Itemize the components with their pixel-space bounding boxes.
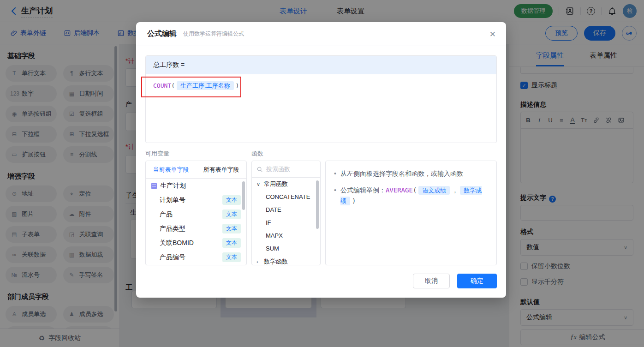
close-paren: ) <box>236 82 239 89</box>
function-search-placeholder: 搜索函数 <box>266 165 290 174</box>
function-search[interactable]: 搜索函数 <box>252 161 320 178</box>
variables-tabs: 当前表单字段 所有表单字段 <box>146 161 246 179</box>
tab-current-form-fields[interactable]: 当前表单字段 <box>146 161 196 178</box>
cancel-button[interactable]: 取消 <box>413 274 450 288</box>
bullet-icon: • <box>334 185 336 195</box>
variable-field-row[interactable]: 产品名称 文本 <box>146 264 246 265</box>
open-paren: ( <box>171 82 175 89</box>
bullet-icon: • <box>334 168 336 179</box>
confirm-button[interactable]: 确定 <box>457 274 497 288</box>
functions-scrollbar[interactable] <box>316 180 319 229</box>
formula-editor-area: 总工序数 = COUNT(生产工序.工序名称) <box>145 55 497 143</box>
form-doc-icon <box>151 183 157 189</box>
function-item[interactable]: IF <box>252 216 320 229</box>
search-icon <box>256 166 263 173</box>
formula-function-name: COUNT <box>153 82 171 89</box>
formula-result-field: 总工序数 = <box>146 56 496 74</box>
help-tip-1-text: 从左侧面板选择字段名和函数，或输入函数 <box>340 168 463 179</box>
help-tip-2-text: 公式编辑举例：AVERAGE(语文成绩，数学成绩) <box>340 185 488 206</box>
function-group-label: 数学函数 <box>264 257 288 265</box>
variable-field-name: 产品编号 <box>160 253 185 262</box>
variable-field-name: 计划单号 <box>160 196 185 204</box>
chevron-collapsed-icon: › <box>256 259 261 264</box>
help-tip-1: • 从左侧面板选择字段名和函数，或输入函数 <box>334 168 488 179</box>
variable-field-row[interactable]: 关联BOMID 文本 <box>146 236 246 250</box>
chevron-expanded-icon: ∨ <box>256 181 261 187</box>
variable-field-row[interactable]: 产品 文本 <box>146 207 246 221</box>
function-item[interactable]: DATE <box>252 203 320 216</box>
variable-field-row[interactable]: 产品类型 文本 <box>146 221 246 236</box>
variable-field-name: 关联BOMID <box>160 239 194 247</box>
modal-header: 公式编辑 使用数学运算符编辑公式 ✕ <box>136 22 506 46</box>
modal-title: 公式编辑 <box>147 29 177 39</box>
field-type-badge: 文本 <box>222 252 241 262</box>
function-group-label: 常用函数 <box>264 180 288 188</box>
variables-root-label: 生产计划 <box>160 182 186 190</box>
field-type-badge: 文本 <box>222 238 241 248</box>
formula-help-panel: • 从左侧面板选择字段名和函数，或输入函数 • 公式编辑举例：AVERAGE(语… <box>325 161 497 265</box>
close-paren: ) <box>352 197 356 204</box>
tab-all-form-fields[interactable]: 所有表单字段 <box>196 161 246 178</box>
app-root: 生产计划 表单设计 表单设置 数据管理 ? 检 表单外链 后端脚本 <box>0 0 644 347</box>
variables-section-label: 可用变量 <box>145 150 169 158</box>
variables-panel: 当前表单字段 所有表单字段 生产计划 计划单号 文本 产品 文本 <box>145 161 247 265</box>
formula-variable-chip[interactable]: 生产工序.工序名称 <box>177 81 234 90</box>
example-chip-1: 语文成绩 <box>418 186 450 195</box>
functions-panel: 搜索函数 ∨ 常用函数 CONCATENATE DATE IF MAPX SUM <box>251 161 321 265</box>
function-item[interactable]: MAPX <box>252 229 320 242</box>
variables-scrollbar[interactable] <box>242 181 245 210</box>
function-item[interactable]: CONCATENATE <box>252 191 320 203</box>
field-type-badge: 文本 <box>222 195 241 205</box>
variables-field-list: 计划单号 文本 产品 文本 产品类型 文本 关联BOMID <box>146 193 246 265</box>
variable-field-row[interactable]: 产品编号 文本 <box>146 250 246 264</box>
function-item[interactable]: SUM <box>252 242 320 255</box>
function-group-math[interactable]: › 数学函数 <box>252 255 320 265</box>
example-prefix: 公式编辑举例： <box>340 186 386 194</box>
variable-field-name: 产品 <box>160 210 173 219</box>
variable-field-name: 产品类型 <box>160 225 185 233</box>
function-group-common[interactable]: ∨ 常用函数 <box>252 178 320 191</box>
variable-field-row[interactable]: 计划单号 文本 <box>146 193 246 207</box>
comma: ， <box>452 186 458 194</box>
help-tip-2: • 公式编辑举例：AVERAGE(语文成绩，数学成绩) <box>334 185 488 206</box>
close-icon[interactable]: ✕ <box>489 30 496 39</box>
open-paren: ( <box>413 186 417 194</box>
functions-section-label: 函数 <box>251 150 263 158</box>
formula-editor-modal: 公式编辑 使用数学运算符编辑公式 ✕ 总工序数 = COUNT(生产工序.工序名… <box>136 22 506 298</box>
field-type-badge: 文本 <box>222 224 241 233</box>
common-function-list: CONCATENATE DATE IF MAPX SUM <box>252 191 320 255</box>
formula-expression[interactable]: COUNT(生产工序.工序名称) <box>146 74 496 97</box>
modal-subtitle: 使用数学运算符编辑公式 <box>183 30 244 38</box>
field-type-badge: 文本 <box>222 209 241 219</box>
example-function-name: AVERAGE <box>386 186 413 194</box>
variables-tree-root[interactable]: 生产计划 <box>146 179 246 193</box>
